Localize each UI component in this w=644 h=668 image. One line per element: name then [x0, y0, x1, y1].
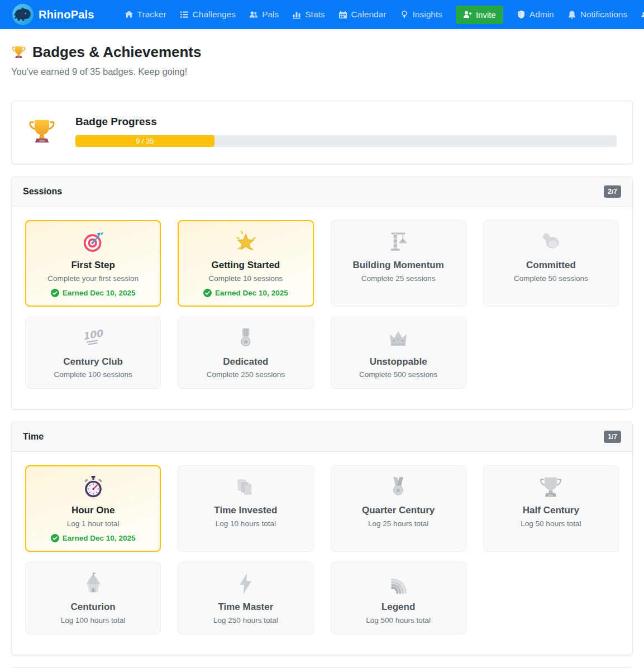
progress-bar: 9 / 35	[75, 135, 617, 147]
nav-item-tracker[interactable]: Tracker	[118, 9, 173, 20]
badge-tile-centurion[interactable]: Centurion Log 100 hours total	[25, 562, 161, 634]
nav-item-pals[interactable]: Pals	[242, 9, 285, 20]
navbar: RhinoPals Tracker Challenges Pals Stats …	[0, 0, 644, 29]
user-plus-icon	[463, 10, 472, 19]
home-icon	[125, 10, 133, 19]
construction-crane-icon	[339, 230, 458, 254]
progress-label: 9 / 35	[136, 137, 154, 145]
military-medal-icon	[186, 326, 305, 351]
shield-icon	[517, 10, 526, 19]
sports-medal-icon	[339, 475, 458, 499]
badge-progress-card: Badge Progress 9 / 35	[11, 101, 633, 164]
badge-title: Centurion	[34, 602, 152, 613]
main-content: Badges & Achievements You've earned 9 of…	[0, 29, 644, 668]
badge-title: Legend	[339, 602, 458, 613]
badge-tile-getting-started[interactable]: Getting Started Complete 10 sessions Ear…	[178, 220, 313, 307]
nav-item-stats[interactable]: Stats	[285, 9, 331, 20]
glowing-star-icon	[186, 230, 305, 254]
page-subtitle: You've earned 9 of 35 badges. Keep going…	[11, 66, 633, 77]
earned-status: Earned Dec 10, 2025	[186, 289, 305, 297]
calendar-icon	[338, 10, 347, 19]
trophy-icon	[27, 116, 56, 147]
crown-icon	[339, 326, 458, 351]
badge-desc: Complete 50 sessions	[492, 274, 610, 283]
nav-item-admin[interactable]: Admin	[510, 9, 561, 20]
flexed-biceps-icon	[492, 230, 610, 254]
badge-desc: Complete your first session	[34, 274, 152, 283]
badge-grid: First Step Complete your first session E…	[12, 207, 632, 409]
check-circle-icon	[203, 289, 212, 297]
nav-item-notifications[interactable]: Notifications	[561, 9, 634, 20]
user-icon	[641, 10, 644, 19]
target-icon	[34, 230, 152, 254]
badge-tile-first-step[interactable]: First Step Complete your first session E…	[25, 220, 161, 307]
progress-fill: 9 / 35	[75, 135, 214, 147]
badge-title: Committed	[492, 260, 610, 271]
time-section: Time 1/7 Hour One Log 1 hour total Earne…	[11, 422, 633, 655]
badge-desc: Log 25 hours total	[339, 519, 458, 528]
lightning-bolt-icon	[186, 571, 305, 596]
badge-title: Hour One	[34, 505, 152, 516]
badge-tile-unstoppable[interactable]: Unstoppable Complete 500 sessions	[331, 317, 466, 389]
list-icon	[180, 10, 189, 19]
circus-tent-icon	[34, 571, 152, 596]
section-count-badge: 2/7	[604, 185, 621, 198]
sessions-section: Sessions 2/7 First Step Complete your fi…	[11, 176, 633, 409]
badge-desc: Complete 100 sessions	[34, 370, 152, 379]
brand-name: RhinoPals	[39, 8, 94, 21]
brand[interactable]: RhinoPals	[12, 4, 94, 25]
section-count-badge: 1/7	[604, 431, 621, 443]
badge-desc: Log 1 hour total	[34, 519, 152, 528]
badge-tile-hour-one[interactable]: Hour One Log 1 hour total Earned Dec 10,…	[25, 465, 161, 552]
nav-item-challenges[interactable]: Challenges	[173, 9, 243, 20]
badge-title: Century Club	[34, 356, 152, 368]
time-header: Time 1/7	[12, 422, 632, 452]
badge-tile-legend[interactable]: Legend Log 500 hours total	[331, 562, 466, 634]
section-title: Time	[23, 432, 44, 442]
badge-desc: Complete 10 sessions	[186, 274, 305, 283]
bell-icon	[567, 10, 576, 19]
badge-tile-half-century[interactable]: Half Century Log 50 hours total	[483, 465, 619, 552]
badge-title: First Step	[34, 260, 152, 271]
badge-desc: Log 50 hours total	[492, 519, 610, 528]
bar-chart-icon	[292, 10, 301, 19]
badge-tile-century-club[interactable]: Century Club Complete 100 sessions	[25, 317, 161, 389]
check-circle-icon	[51, 534, 59, 542]
trophy-gray-icon	[492, 475, 610, 499]
progress-title: Badge Progress	[75, 116, 617, 128]
badge-title: Unstoppable	[339, 356, 458, 368]
badge-title: Getting Started	[186, 260, 305, 271]
badge-tile-time-invested[interactable]: Time Invested Log 10 hours total	[178, 465, 313, 552]
badge-desc: Complete 250 sessions	[186, 370, 305, 379]
badge-tile-building-momentum[interactable]: Building Momentum Complete 25 sessions	[331, 220, 466, 307]
badge-title: Half Century	[492, 505, 610, 516]
badge-desc: Log 500 hours total	[339, 616, 458, 625]
badge-desc: Log 100 hours total	[34, 616, 152, 625]
invite-button[interactable]: Invite	[456, 6, 503, 24]
page-title: Badges & Achievements	[11, 44, 633, 61]
hundred-points-icon	[34, 326, 152, 351]
badge-desc: Complete 500 sessions	[339, 370, 458, 379]
user-menu[interactable]: Mel Soto	[634, 4, 644, 25]
badge-title: Quarter Century	[339, 505, 458, 516]
badge-grid: Hour One Log 1 hour total Earned Dec 10,…	[12, 452, 632, 654]
badge-desc: Complete 25 sessions	[339, 274, 458, 283]
badge-tile-time-master[interactable]: Time Master Log 250 hours total	[178, 562, 313, 634]
badge-tile-quarter-century[interactable]: Quarter Century Log 25 hours total	[331, 465, 466, 552]
trophy-icon	[11, 45, 26, 60]
badge-desc: Log 10 hours total	[186, 519, 305, 528]
badge-title: Time Invested	[186, 505, 305, 516]
badge-title: Dedicated	[186, 356, 305, 368]
nav-item-calendar[interactable]: Calendar	[332, 9, 393, 20]
badge-tile-committed[interactable]: Committed Complete 50 sessions	[483, 220, 619, 307]
nav-item-insights[interactable]: Insights	[393, 9, 449, 20]
earned-status: Earned Dec 10, 2025	[34, 289, 152, 297]
stopwatch-icon	[34, 475, 152, 499]
earned-status: Earned Dec 10, 2025	[34, 534, 152, 542]
section-title: Sessions	[23, 187, 62, 197]
rhino-logo-icon	[12, 4, 34, 25]
badge-tile-dedicated[interactable]: Dedicated Complete 250 sessions	[178, 317, 313, 389]
check-circle-icon	[51, 289, 59, 297]
stacked-pages-icon	[186, 475, 305, 499]
badge-title: Time Master	[186, 602, 305, 613]
